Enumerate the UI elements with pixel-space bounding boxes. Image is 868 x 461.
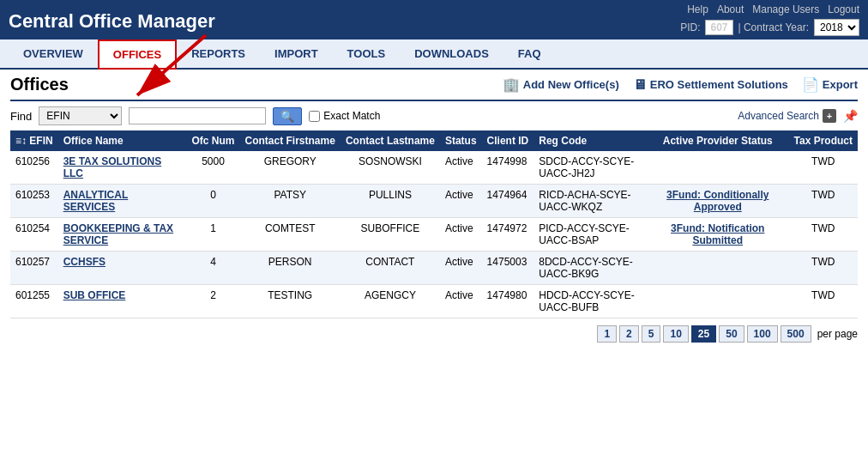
office-name-link[interactable]: CCHSFS — [63, 256, 105, 268]
page-button-5[interactable]: 5 — [642, 325, 661, 343]
col-header-contact-lastname[interactable]: Contact Lastname — [341, 130, 440, 151]
cell-client-id: 1474980 — [482, 285, 534, 318]
table-row: 610256 3E TAX SOLUTIONS LLC 5000 GREGORY… — [10, 151, 858, 185]
provider-status-link[interactable]: 3Fund: Notification Submitted — [671, 222, 764, 246]
office-name-link[interactable]: SUB OFFICE — [63, 289, 126, 301]
table-body: 610256 3E TAX SOLUTIONS LLC 5000 GREGORY… — [10, 151, 858, 318]
cell-reg-code: 8DCD-ACCY-SCYE-UACC-BK9G — [533, 252, 647, 285]
table-row: 610253 ANALYTICAL SERVICES 0 PATSY PULLI… — [10, 185, 858, 218]
nav-tabs-container: OVERVIEW OFFICES REPORTS IMPORT TOOLS DO… — [0, 39, 868, 70]
col-header-efin[interactable]: ≡↕ EFIN — [10, 130, 58, 151]
exact-match-checkbox[interactable] — [309, 111, 320, 122]
cell-tax-product: TWD — [789, 285, 858, 318]
pid-row: PID: 607 | Contract Year: 2018 2017 2016 — [680, 19, 859, 36]
tab-reports[interactable]: REPORTS — [177, 39, 260, 70]
about-link[interactable]: About — [717, 3, 744, 15]
page-button-10[interactable]: 10 — [663, 325, 688, 343]
col-header-reg-code[interactable]: Reg Code — [533, 130, 647, 151]
table-row: 610257 CCHSFS 4 PERSON CONTACT Active 14… — [10, 252, 858, 285]
pid-value: 607 — [705, 20, 732, 35]
offices-table: ≡↕ EFIN Office Name Ofc Num Contact Firs… — [10, 130, 858, 318]
cell-contact-lastname: PULLINS — [341, 185, 440, 218]
col-header-ofc-num[interactable]: Ofc Num — [187, 130, 240, 151]
office-name-link[interactable]: ANALYTICAL SERVICES — [63, 189, 129, 213]
tab-import[interactable]: IMPORT — [260, 39, 333, 70]
cell-active-provider-status — [647, 285, 789, 318]
find-input[interactable] — [129, 107, 266, 124]
tab-offices[interactable]: OFFICES — [98, 39, 177, 70]
tab-downloads[interactable]: DOWNLOADS — [400, 39, 503, 70]
provider-status-link[interactable]: 3Fund: Conditionally Approved — [666, 189, 769, 213]
search-button[interactable]: 🔍 — [273, 107, 302, 125]
cell-reg-code: HDCD-ACCY-SCYE-UACC-BUFB — [533, 285, 647, 318]
pin-icon[interactable]: 📌 — [843, 109, 858, 123]
office-name-link[interactable]: 3E TAX SOLUTIONS LLC — [63, 155, 161, 179]
add-office-icon: 🏢 — [503, 76, 520, 93]
advanced-search-link[interactable]: Advanced Search + — [738, 109, 836, 123]
ero-settlement-link[interactable]: 🖥 ERO Settlement Solutions — [633, 77, 788, 93]
contract-label: | Contract Year: — [738, 21, 810, 33]
page-content: Offices 🏢 Add New Office(s) 🖥 ERO Settle… — [0, 70, 868, 348]
cell-status: Active — [440, 285, 482, 318]
col-header-active-provider-status[interactable]: Active Provider Status — [647, 130, 789, 151]
header-right: Help About Manage Users Logout PID: 607 … — [680, 3, 859, 36]
page-button-500[interactable]: 500 — [781, 325, 811, 343]
exact-match-label: Exact Match — [323, 110, 380, 122]
cell-contact-lastname: SUBOFFICE — [341, 218, 440, 252]
cell-efin: 610256 — [10, 151, 58, 185]
cell-active-provider-status: 3Fund: Notification Submitted — [647, 218, 789, 252]
cell-status: Active — [440, 252, 482, 285]
manage-users-link[interactable]: Manage Users — [752, 3, 819, 15]
add-office-label: Add New Office(s) — [523, 78, 619, 91]
col-header-contact-firstname[interactable]: Contact Firstname — [240, 130, 341, 151]
cell-reg-code: SDCD-ACCY-SCYE-UACC-JH2J — [533, 151, 647, 185]
office-name-link[interactable]: BOOKKEEPING & TAX SERVICE — [63, 222, 173, 246]
cell-efin: 601255 — [10, 285, 58, 318]
cell-tax-product: TWD — [789, 185, 858, 218]
app-title: Central Office Manager — [9, 3, 215, 33]
cell-tax-product: TWD — [789, 151, 858, 185]
cell-ofc-num: 0 — [187, 185, 240, 218]
page-button-1[interactable]: 1 — [597, 325, 617, 343]
page-button-50[interactable]: 50 — [719, 325, 744, 343]
col-header-status[interactable]: Status — [440, 130, 482, 151]
add-office-link[interactable]: 🏢 Add New Office(s) — [503, 76, 619, 93]
cell-office-name: CCHSFS — [58, 252, 187, 285]
pid-label: PID: — [680, 21, 700, 33]
advanced-search-label: Advanced Search — [738, 110, 819, 122]
cell-contact-lastname: AGENGCY — [341, 285, 440, 318]
export-label: Export — [823, 78, 858, 91]
col-header-tax-product[interactable]: Tax Product — [789, 130, 858, 151]
col-header-client-id[interactable]: Client ID — [482, 130, 534, 151]
top-header: Central Office Manager Help About Manage… — [0, 0, 868, 39]
page-button-25[interactable]: 25 — [691, 325, 716, 343]
advanced-search-icon: + — [823, 109, 836, 123]
contract-year-select[interactable]: 2018 2017 2016 — [814, 19, 859, 36]
cell-contact-firstname: PERSON — [240, 252, 341, 285]
cell-status: Active — [440, 185, 482, 218]
export-icon: 📄 — [802, 76, 819, 93]
help-link[interactable]: Help — [687, 3, 708, 15]
export-link[interactable]: 📄 Export — [802, 76, 858, 93]
table-row: 601255 SUB OFFICE 2 TESTING AGENGCY Acti… — [10, 285, 858, 318]
cell-ofc-num: 2 — [187, 285, 240, 318]
table-header-row: ≡↕ EFIN Office Name Ofc Num Contact Firs… — [10, 130, 858, 151]
cell-client-id: 1474964 — [482, 185, 534, 218]
cell-ofc-num: 4 — [187, 252, 240, 285]
cell-contact-firstname: COMTEST — [240, 218, 341, 252]
cell-active-provider-status: 3Fund: Conditionally Approved — [647, 185, 789, 218]
page-button-2[interactable]: 2 — [619, 325, 639, 343]
cell-client-id: 1474972 — [482, 218, 534, 252]
header-nav: Help About Manage Users Logout — [680, 3, 859, 15]
col-header-office-name[interactable]: Office Name — [58, 130, 187, 151]
tab-tools[interactable]: TOOLS — [333, 39, 401, 70]
action-links: 🏢 Add New Office(s) 🖥 ERO Settlement Sol… — [503, 76, 858, 93]
cell-ofc-num: 5000 — [187, 151, 240, 185]
tab-faq[interactable]: FAQ — [503, 39, 556, 70]
page-button-100[interactable]: 100 — [747, 325, 778, 343]
logout-link[interactable]: Logout — [828, 3, 859, 15]
cell-office-name: ANALYTICAL SERVICES — [58, 185, 187, 218]
cell-office-name: 3E TAX SOLUTIONS LLC — [58, 151, 187, 185]
find-dropdown[interactable]: EFIN Office Name Contact — [39, 106, 122, 125]
tab-overview[interactable]: OVERVIEW — [9, 39, 98, 70]
